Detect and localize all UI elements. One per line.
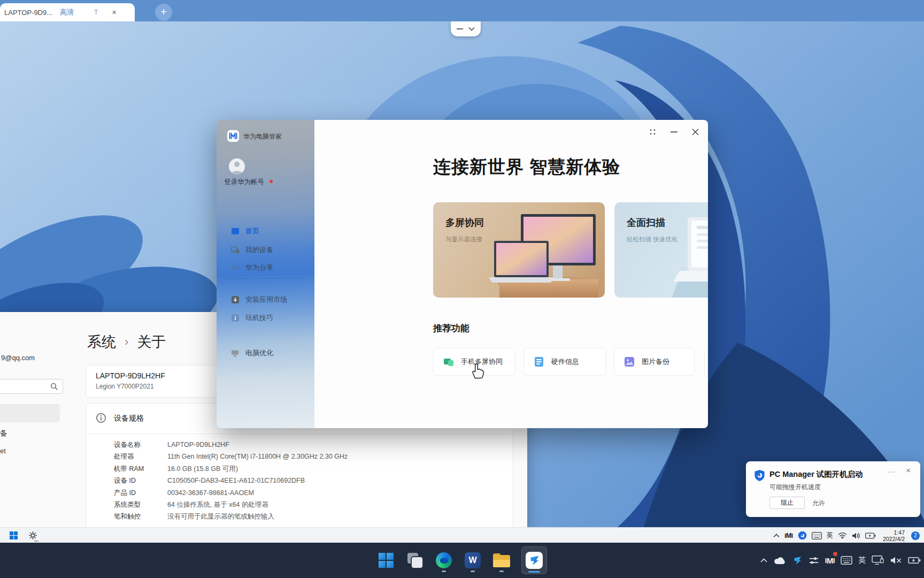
volume-icon[interactable] (852, 531, 860, 541)
spec-label: 处理器 (114, 451, 167, 462)
layout-grid-icon[interactable] (648, 127, 657, 136)
feature-hardware-info-button[interactable]: 硬件信息 (523, 348, 606, 376)
remote-desktop: 9@qq.com 备 et 系统 › 关于 LAPTOP-9D9LH2HF Le… (0, 21, 924, 543)
remote-start-button[interactable] (10, 531, 18, 539)
home-icon (231, 227, 239, 235)
multi-screen-collab-card[interactable]: 多屏协同 与显示器连接 (433, 202, 605, 298)
date: 2022/4/2 (883, 536, 905, 542)
notification-count-badge[interactable]: 2 (911, 531, 920, 540)
spec-value: 11th Gen Intel(R) Core(TM) i7-11800H @ 2… (167, 451, 348, 462)
feature-hotspot-button[interactable]: 一键热点 (704, 348, 708, 376)
photo-backup-icon (624, 356, 635, 367)
word-icon: W (465, 552, 481, 568)
spec-row: 机带 RAM16.0 GB (15.8 GB 可用) (114, 463, 507, 475)
settings-nav-fragment[interactable]: et (0, 447, 6, 455)
app-market-icon (231, 296, 239, 304)
chevron-down-icon[interactable] (468, 27, 475, 31)
settings-gear-icon[interactable] (28, 531, 37, 541)
pcm-main-area: 连接新世界 智慧新体验 多屏协同 与显示器连接 (314, 120, 708, 428)
spec-value: LAPTOP-9D9LH2HF (167, 439, 229, 451)
spec-value: 64 位操作系统, 基于 x64 的处理器 (167, 499, 268, 511)
wifi-icon[interactable] (838, 531, 847, 541)
spec-value: 00342-36367-98681-AAOEM (167, 487, 254, 499)
sidebar-item-label: 首页 (245, 226, 259, 236)
feature-photo-backup-button[interactable]: 图片备份 (614, 348, 695, 376)
quality-badge[interactable]: 高清 (60, 7, 74, 17)
onedrive-icon[interactable] (773, 553, 786, 568)
time: 1:47 (883, 529, 905, 536)
local-taskbar: W IMI 英 (0, 543, 924, 578)
full-scan-card[interactable]: 全面扫描 轻松扫描 快速优化 (614, 202, 708, 298)
chevron-up-icon[interactable] (760, 553, 767, 568)
ime-indicator[interactable]: 英 (858, 556, 866, 565)
breadcrumb-separator: › (125, 335, 128, 349)
avatar[interactable] (229, 158, 245, 174)
battery-icon[interactable] (865, 531, 876, 541)
touch-keyboard-icon[interactable] (841, 553, 852, 568)
spec-row: 处理器11th Gen Intel(R) Core(TM) i7-11800H … (114, 451, 507, 462)
cast-display-icon[interactable] (872, 553, 884, 568)
card-title: 多屏协同 (445, 216, 484, 229)
tab-close-icon[interactable]: × (112, 8, 116, 17)
divider (223, 278, 308, 279)
sidebar-item-app-market[interactable]: 安装应用市场 (217, 293, 314, 307)
search-icon (50, 383, 58, 391)
sidebar-item-pc-optimize[interactable]: 电脑优化 (217, 346, 314, 360)
breadcrumb-about: 关于 (137, 332, 166, 352)
sliders-icon[interactable] (808, 553, 819, 568)
hero-title: 连接新世界 智慧新体验 (433, 155, 620, 179)
session-minimize-icon[interactable] (457, 28, 463, 29)
huawei-pc-manager-tray-icon[interactable]: IMI (825, 553, 835, 568)
sidebar-item-huawei-share[interactable]: 华为分享 (217, 261, 314, 275)
local-start-button[interactable] (377, 548, 395, 573)
popup-close-icon[interactable]: × (906, 466, 911, 475)
sidebar-item-home[interactable]: 首页 (217, 224, 314, 238)
sidebar-item-my-devices[interactable]: 我的设备 (217, 243, 314, 257)
popup-more-icon[interactable]: ... (888, 466, 896, 474)
word-taskbar-button[interactable]: W (464, 548, 482, 573)
device-model: Legion Y7000P2021 (96, 383, 154, 390)
huawei-pc-manager-window: 华为电脑管家 登录华为帐号 首页 我的设备 华为分享 (217, 120, 708, 428)
sidebar-item-label: 电脑优化 (245, 348, 273, 358)
login-huawei-account-link[interactable]: 登录华为帐号 (224, 178, 264, 187)
tips-icon (231, 314, 239, 322)
settings-search-input[interactable] (0, 379, 63, 394)
remote-taskbar: IMI 英 1:47 2022/4/2 2 (0, 527, 924, 543)
battery-charging-icon[interactable] (908, 553, 921, 568)
session-toolbar-pill[interactable] (451, 21, 481, 36)
allow-button[interactable]: 允许 (812, 499, 825, 508)
breadcrumb-system[interactable]: 系统 (87, 332, 116, 352)
breadcrumb: 系统 › 关于 (87, 332, 166, 352)
remote-clock[interactable]: 1:47 2022/4/2 (883, 529, 905, 542)
tab-title: LAPTOP-9D9... (4, 9, 52, 17)
new-tab-button[interactable]: + (155, 4, 172, 21)
file-explorer-button[interactable] (492, 548, 511, 573)
chevron-up-icon[interactable] (773, 531, 780, 541)
scan-laptop-illustration (664, 202, 708, 298)
spec-row: 设备名称LAPTOP-9D9LH2HF (114, 439, 507, 451)
sidebar-item-tips[interactable]: 玩机技巧 (217, 311, 314, 325)
task-view-button[interactable] (406, 548, 424, 573)
settings-nav-fragment[interactable]: 备 (0, 429, 7, 438)
remote-client-button[interactable] (521, 546, 547, 574)
close-icon[interactable] (691, 127, 699, 136)
info-icon (96, 413, 106, 423)
ime-indicator[interactable]: 英 (827, 531, 834, 540)
minimize-icon[interactable] (669, 127, 678, 136)
remote-client-tray-icon[interactable] (792, 553, 803, 568)
window-controls (648, 124, 699, 139)
spec-rows: 设备名称LAPTOP-9D9LH2HF 处理器11th Gen Intel(R)… (114, 439, 507, 523)
settings-nav-selected-item[interactable] (0, 404, 60, 422)
device-name: LAPTOP-9D9LH2HF (96, 371, 165, 380)
spec-row: 系统类型64 位操作系统, 基于 x64 的处理器 (114, 499, 507, 511)
pc-manager-startup-popup: PC Manager 试图开机启动 可能拖慢开机速度 ... × 阻止 允许 (746, 461, 920, 517)
sidebar-item-label: 我的设备 (245, 245, 273, 255)
volume-muted-icon[interactable] (890, 553, 902, 568)
share-icon (231, 264, 239, 272)
pc-manager-tray-icon[interactable] (798, 531, 807, 541)
block-button[interactable]: 阻止 (769, 497, 805, 509)
touch-keyboard-icon[interactable] (812, 531, 822, 541)
huawei-pc-manager-tray-icon[interactable]: IMI (784, 531, 792, 541)
remote-session-tab[interactable]: LAPTOP-9D9... 高清 T × (0, 3, 135, 21)
edge-taskbar-button[interactable] (435, 548, 453, 573)
